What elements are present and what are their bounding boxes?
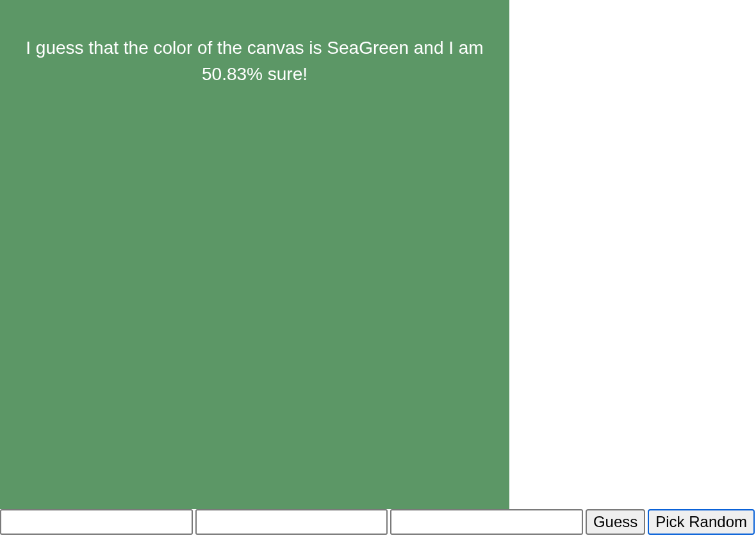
guess-button[interactable]: Guess: [586, 509, 645, 535]
color-canvas: I guess that the color of the canvas is …: [0, 0, 509, 509]
blue-input[interactable]: [390, 509, 583, 535]
controls-row: Guess Pick Random: [0, 509, 756, 536]
pick-random-button[interactable]: Pick Random: [648, 509, 755, 535]
green-input[interactable]: [195, 509, 388, 535]
red-input[interactable]: [0, 509, 193, 535]
guess-result-text: I guess that the color of the canvas is …: [0, 35, 509, 87]
